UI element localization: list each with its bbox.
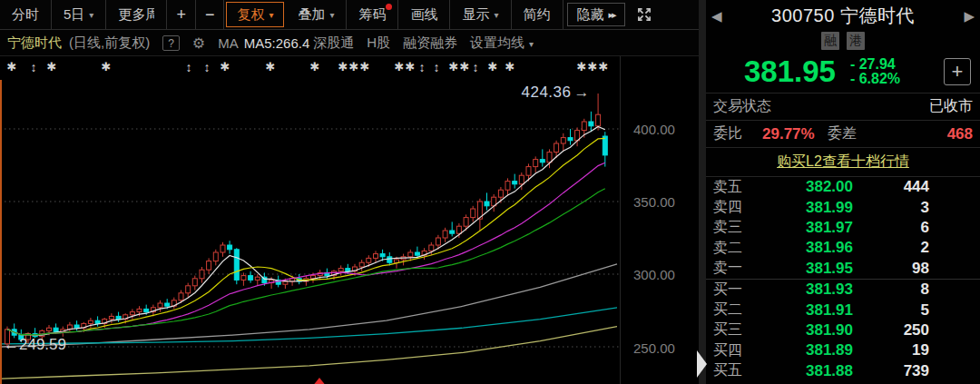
order-price[interactable]: 381.97: [762, 219, 853, 237]
event-marker-star-icon[interactable]: ✱: [395, 60, 405, 74]
event-marker-star-icon[interactable]: ✱: [577, 60, 587, 74]
margin-badge: 融: [821, 32, 839, 50]
zoom-in-button[interactable]: +: [167, 0, 196, 29]
event-marker-star-icon[interactable]: ✱: [338, 60, 348, 74]
gear-icon[interactable]: ⚙: [192, 34, 205, 52]
event-marker-star-icon[interactable]: ✱: [488, 60, 498, 74]
button-adjust-mode[interactable]: 复权▾: [226, 2, 284, 27]
event-marker-updown-icon[interactable]: ↕: [31, 60, 37, 74]
order-quantity: 3: [853, 199, 980, 217]
event-marker-star-icon[interactable]: ✱: [220, 60, 230, 74]
button-chips[interactable]: 筹码: [347, 0, 398, 29]
event-marker-updown-icon[interactable]: ↕: [434, 60, 440, 74]
order-price[interactable]: 381.88: [762, 362, 853, 380]
notification-dot-icon: [386, 4, 392, 10]
help-button[interactable]: ?: [162, 35, 180, 51]
buy-row-4[interactable]: 买四 381.89 19: [706, 340, 980, 360]
button-simple-mode[interactable]: 简约: [512, 0, 564, 29]
link-margin-trading[interactable]: 融资融券: [403, 34, 457, 52]
button-draw-line[interactable]: 画线: [398, 0, 450, 29]
zoom-out-button[interactable]: −: [196, 0, 225, 29]
prev-stock-arrow[interactable]: ◀: [711, 8, 722, 25]
event-marker-updown-icon[interactable]: ↕: [204, 60, 211, 74]
order-price[interactable]: 382.00: [762, 178, 853, 196]
candlestick-chart[interactable]: [0, 56, 620, 384]
order-price[interactable]: 381.95: [762, 260, 853, 278]
button-display[interactable]: 显示▾: [450, 0, 511, 29]
button-overlay-label: 叠加: [298, 6, 325, 24]
event-marker-updown-icon[interactable]: ↕: [473, 60, 479, 74]
order-quantity: 98: [853, 260, 980, 278]
buy-row-2[interactable]: 买二 381.91 5: [706, 300, 980, 320]
event-marker-star-icon[interactable]: ✱: [7, 60, 17, 74]
order-price[interactable]: 381.89: [762, 341, 853, 359]
order-level-label: 卖一: [713, 259, 762, 278]
link-h-shares[interactable]: H股: [367, 34, 390, 52]
chevron-down-icon: ▾: [494, 10, 498, 20]
buy-l2-link[interactable]: 购买L2查看十档行情: [777, 153, 909, 172]
weicha-label: 委差: [828, 124, 857, 143]
order-level-label: 买五: [713, 361, 762, 380]
sell-row-4[interactable]: 卖二 381.96 2: [706, 238, 980, 258]
event-marker-star-icon[interactable]: ✱: [310, 60, 320, 74]
button-hide[interactable]: 隐藏▸▸: [567, 3, 625, 26]
trade-status-row: 交易状态 已收市: [706, 93, 980, 120]
event-marker-updown-icon[interactable]: ↕: [186, 60, 192, 74]
ma-settings-button[interactable]: 设置均线▾: [470, 34, 534, 52]
chart-stock-name: 宁德时代: [7, 34, 62, 52]
event-marker-star-icon[interactable]: ✱: [599, 60, 609, 74]
event-marker-star-icon[interactable]: ✱: [360, 60, 370, 74]
order-quantity: 19: [853, 341, 980, 359]
button-overlay[interactable]: 叠加▾: [286, 0, 347, 29]
next-stock-arrow[interactable]: ▶: [964, 8, 975, 25]
order-price[interactable]: 381.90: [762, 321, 853, 340]
event-marker-star-icon[interactable]: ✱: [406, 60, 416, 74]
chart-info-bar: 宁德时代 (日线,前复权) ? ⚙ MA MA5:266.4 深股通 H股 融资…: [0, 30, 699, 56]
link-shenzhen-connect[interactable]: 深股通: [313, 34, 354, 52]
sell-row-5[interactable]: 卖一 381.95 98: [706, 259, 980, 279]
sell-row-2[interactable]: 卖四 381.99 3: [706, 197, 980, 217]
order-price[interactable]: 381.96: [762, 239, 853, 257]
double-arrow-icon: ▸▸: [609, 9, 615, 21]
event-marker-star-icon[interactable]: ✱: [47, 60, 57, 74]
add-to-watchlist-button[interactable]: +: [944, 58, 971, 85]
buy-row-5[interactable]: 买五 381.88 739: [706, 361, 980, 381]
axis-label-250: 250.00: [633, 340, 675, 356]
event-marker-updown-icon[interactable]: ↕: [419, 60, 426, 74]
event-marker-star-icon[interactable]: ✱: [266, 60, 276, 74]
event-marker-row: ✱↕✱✱↕↕✱✱✱✱✱✱✱✱↕↕✱✱↕✱✱✱✱✱: [0, 60, 620, 78]
low-price-value: 249.59: [19, 336, 66, 353]
button-5day-label: 5日: [64, 6, 84, 24]
sell-row-1[interactable]: 卖五 382.00 444: [706, 177, 980, 197]
event-marker-star-icon[interactable]: ✱: [102, 60, 112, 74]
event-marker-star-icon[interactable]: ✱: [349, 60, 359, 74]
button-5day[interactable]: 5日▾: [52, 0, 106, 29]
order-price[interactable]: 381.99: [762, 199, 853, 217]
price-change: - 27.94: [850, 57, 900, 72]
axis-label-400: 400.00: [633, 122, 675, 137]
price-row: 381.95 - 27.94 - 6.82% +: [706, 50, 980, 93]
order-price[interactable]: 381.91: [762, 301, 853, 320]
panel-collapse-handle[interactable]: [697, 350, 707, 378]
fullscreen-button[interactable]: [629, 0, 660, 29]
event-marker-star-icon[interactable]: ✱: [449, 60, 459, 74]
button-more-periods[interactable]: 更多周期: [106, 0, 167, 29]
chevron-down-icon: ▾: [89, 10, 93, 20]
weicha-value: 468: [947, 125, 973, 143]
event-marker-star-icon[interactable]: ✱: [505, 60, 515, 74]
event-marker-star-icon[interactable]: ✱: [460, 60, 470, 74]
high-price-value: 424.36: [522, 84, 572, 101]
sell-row-3[interactable]: 卖三 381.97 6: [706, 218, 980, 238]
chart-region: ✱↕✱✱↕↕✱✱✱✱✱✱✱✱↕↕✱✱↕✱✱✱✱✱ 400.00 350.00 3…: [0, 56, 699, 384]
buy-row-3[interactable]: 买三 381.90 250: [706, 320, 980, 340]
button-display-label: 显示: [462, 6, 489, 24]
order-quantity: 2: [853, 239, 980, 257]
quote-header: ◀ 300750 宁德时代 ▶: [706, 0, 980, 32]
order-price[interactable]: 381.93: [762, 281, 853, 299]
buy-order-book: 买一 381.93 8 买二 381.91 5 买三 381.90 250 买四…: [706, 279, 980, 381]
buy-row-1[interactable]: 买一 381.93 8: [706, 280, 980, 300]
event-marker-star-icon[interactable]: ✱: [588, 60, 598, 74]
order-quantity: 8: [853, 281, 980, 299]
button-intraday[interactable]: 分时: [0, 0, 52, 29]
weibi-value: 29.77%: [762, 125, 815, 143]
